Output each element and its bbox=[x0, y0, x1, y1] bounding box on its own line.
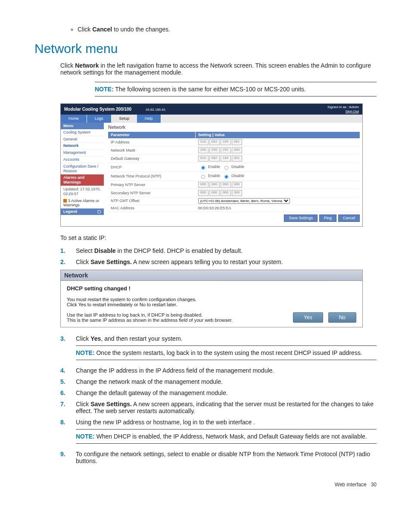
sidebar-menu-header: Menu bbox=[61, 123, 104, 129]
radio-enable[interactable] bbox=[201, 166, 205, 170]
legend-header[interactable]: Legend▢ bbox=[61, 208, 104, 215]
ip-octet[interactable]: 016 bbox=[198, 139, 209, 145]
param-label: Default Gateway bbox=[108, 154, 196, 162]
param-value: Enable Disable bbox=[196, 171, 360, 180]
table-row: NTP GMT Offset(UTC+01:00) Amsterdam, Ber… bbox=[108, 197, 360, 205]
param-label: Network Mask bbox=[108, 146, 196, 154]
alarms-header[interactable]: Alarms and Warnings bbox=[61, 174, 104, 186]
step-1: Select Disable in the DHCP field. DHCP i… bbox=[60, 247, 377, 254]
steps-list-bottom: Click Yes, and then restart your system.… bbox=[60, 335, 377, 464]
param-value: 000000000000 bbox=[196, 189, 360, 197]
radio-disable[interactable] bbox=[224, 166, 228, 170]
gmt-offset-select[interactable]: (UTC+01:00) Amsterdam, Berlin, Bern, Rom… bbox=[198, 198, 290, 204]
ip-octet[interactable]: 255 bbox=[198, 147, 209, 153]
sidebar-item-cooling-system[interactable]: Cooling System bbox=[61, 129, 104, 136]
param-value: Enable Disable bbox=[196, 162, 360, 171]
tab-help[interactable]: Help bbox=[137, 115, 161, 123]
param-label: Network Time Protocol (NTP) bbox=[108, 171, 196, 180]
ip-octet[interactable]: 000 bbox=[198, 182, 209, 188]
save-settings-button[interactable]: Save Settings bbox=[284, 215, 318, 222]
sidebar-item-network[interactable]: Network bbox=[61, 143, 104, 149]
steps-list-top: Select Disable in the DHCP field. DHCP i… bbox=[60, 247, 377, 265]
step-4: Change the IP address in the IP Address … bbox=[60, 367, 377, 374]
param-value: 00:D0:93:26:E5:EA bbox=[196, 205, 360, 212]
sign-out-link[interactable]: Sign Out bbox=[327, 109, 359, 114]
ip-octet[interactable]: 016 bbox=[198, 156, 209, 162]
ip-octet[interactable]: 185 bbox=[221, 139, 231, 145]
ping-button[interactable]: Ping bbox=[319, 215, 336, 222]
dhcp-changed-dialog: Network DHCP setting changed ! You must … bbox=[60, 270, 363, 327]
table-row: Network Time Protocol (NTP) Enable Disab… bbox=[108, 171, 360, 180]
table-row: Default Gateway016082184001 bbox=[108, 154, 360, 162]
ip-label: 16.82.185.81 bbox=[146, 108, 166, 112]
ip-octet[interactable]: 252 bbox=[221, 147, 231, 153]
ip-octet[interactable]: 082 bbox=[209, 156, 220, 162]
param-label: IP Address bbox=[108, 138, 196, 146]
alarms-count[interactable]: 3 Active Alarms or Warnings bbox=[61, 198, 104, 209]
panel-title: Network bbox=[108, 124, 360, 130]
param-label: Primary NTP Server bbox=[108, 180, 196, 189]
ip-octet[interactable]: 000 bbox=[232, 182, 242, 188]
ip-octet[interactable]: 081 bbox=[232, 139, 242, 145]
signed-in-label: Signed in as : Admin bbox=[327, 105, 359, 109]
no-button[interactable]: No bbox=[328, 312, 356, 323]
param-value: 000000000000 bbox=[196, 180, 360, 189]
static-ip-intro: To set a static IP: bbox=[60, 234, 377, 241]
table-row: Network Mask255255252000 bbox=[108, 146, 360, 154]
param-label: Secondary NTP Server bbox=[108, 189, 196, 197]
ip-octet[interactable]: 184 bbox=[221, 156, 231, 162]
step-9: To configure the network settings, selec… bbox=[60, 451, 377, 464]
param-value: 255255252000 bbox=[196, 146, 360, 154]
dialog-msg2: Use the last IP address to log back in, … bbox=[67, 312, 288, 323]
tab-logs[interactable]: Logs bbox=[87, 115, 112, 123]
dialog-title: Network bbox=[61, 270, 362, 281]
step-7: Click Save Settings. A new screen appear… bbox=[60, 401, 377, 414]
note-1: NOTE: The following screen is the same f… bbox=[95, 82, 377, 96]
ip-octet[interactable]: 000 bbox=[198, 190, 209, 196]
ip-octet[interactable]: 000 bbox=[232, 147, 242, 153]
warning-icon bbox=[63, 199, 67, 202]
page-title: Network menu bbox=[34, 41, 377, 56]
updated-label: Updated: 17.02.1970, 03:29:57 bbox=[61, 186, 104, 198]
param-label: NTP GMT Offset bbox=[108, 197, 196, 205]
radio-disable[interactable] bbox=[224, 175, 228, 179]
tab-home[interactable]: Home bbox=[61, 115, 87, 123]
ip-octet[interactable]: 000 bbox=[209, 190, 220, 196]
yes-button[interactable]: Yes bbox=[293, 312, 323, 323]
table-row: Primary NTP Server000000000000 bbox=[108, 180, 360, 189]
menubar: Home Logs Setup Help bbox=[61, 115, 362, 123]
ip-octet[interactable]: 255 bbox=[209, 147, 220, 153]
system-title: Modular Cooling System 200/100 bbox=[64, 107, 131, 112]
table-row: MAC Address00:D0:93:26:E5:EA bbox=[108, 205, 360, 212]
step-8: Using the new IP address or hostname, lo… bbox=[60, 419, 377, 444]
param-value: 016082185081 bbox=[196, 138, 360, 146]
intro-paragraph: Click Network in the left navigation fra… bbox=[60, 62, 377, 76]
col-setting-value: Setting | Value bbox=[196, 132, 360, 138]
ip-octet[interactable]: 082 bbox=[209, 139, 220, 145]
ip-octet[interactable]: 000 bbox=[221, 190, 231, 196]
ip-octet[interactable]: 000 bbox=[232, 190, 242, 196]
page-footer: Web interface 30 bbox=[34, 482, 377, 488]
step-6: Change the default gateway of the manage… bbox=[60, 389, 377, 396]
table-row: Secondary NTP Server000000000000 bbox=[108, 189, 360, 197]
sidebar-item-general[interactable]: General bbox=[61, 136, 104, 143]
param-value: (UTC+01:00) Amsterdam, Berlin, Bern, Rom… bbox=[196, 197, 360, 205]
param-value: 016082184001 bbox=[196, 154, 360, 162]
tab-setup[interactable]: Setup bbox=[112, 115, 137, 123]
dialog-subtitle: DHCP setting changed ! bbox=[67, 285, 356, 292]
sidebar-item-management[interactable]: Management bbox=[61, 149, 104, 156]
ip-octet[interactable]: 001 bbox=[232, 156, 242, 162]
table-row: IP Address016082185081 bbox=[108, 138, 360, 146]
step-2: Click Save Settings. A new screen appear… bbox=[60, 258, 377, 265]
sidebar-item-accounts[interactable]: Accounts bbox=[61, 156, 104, 163]
radio-enable[interactable] bbox=[201, 175, 205, 179]
param-label: DHCP bbox=[108, 162, 196, 171]
ip-octet[interactable]: 000 bbox=[221, 182, 231, 188]
step-5: Change the network mask of the managemen… bbox=[60, 378, 377, 385]
ip-octet[interactable]: 000 bbox=[209, 182, 220, 188]
step-3: Click Yes, and then restart your system.… bbox=[60, 335, 377, 360]
table-row: DHCP Enable Disable bbox=[108, 162, 360, 171]
sidebar-item-configuration-save-restore[interactable]: Configuration Save / Restore bbox=[61, 163, 104, 175]
param-label: MAC Address bbox=[108, 205, 196, 212]
cancel-button[interactable]: Cancel bbox=[338, 215, 360, 222]
